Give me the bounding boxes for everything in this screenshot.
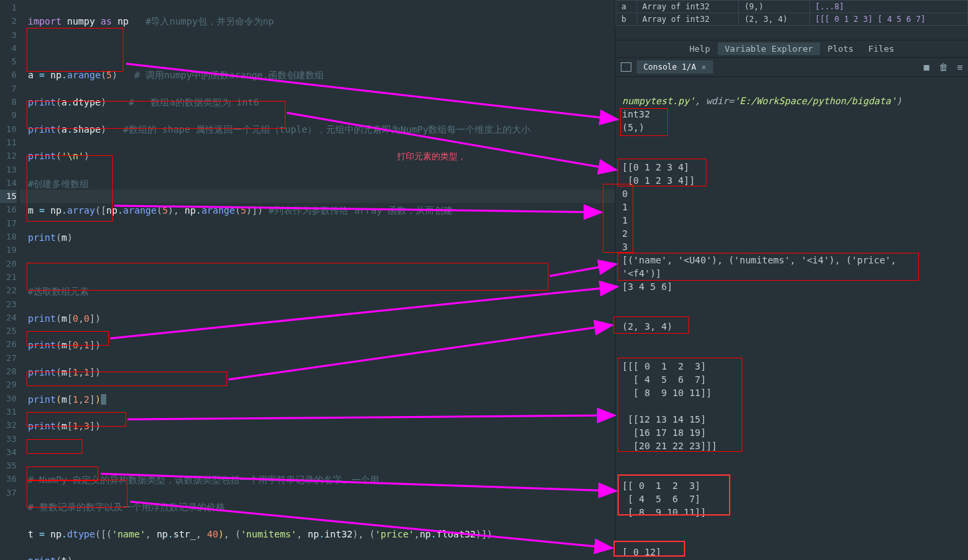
panel-tabs: Help Variable Explorer Plots Files xyxy=(615,40,968,58)
menu-icon[interactable]: ≡ xyxy=(957,62,963,72)
annotation-type: 打印元素的类型， xyxy=(397,151,466,161)
code-content[interactable]: import numpy as np #导入numpy包，并另命令为np a =… xyxy=(28,1,530,560)
console-output[interactable]: numpytest.py', wdir='E:/WorkSpace/python… xyxy=(615,77,968,560)
console-tab[interactable]: Console 1/A✕ xyxy=(637,60,713,74)
stop-icon[interactable]: ■ xyxy=(924,62,929,72)
var-row-b[interactable]: bArray of int32(2, 3, 4)[[[ 0 1 2 3] [ 4… xyxy=(616,13,968,26)
right-panel: aArray of int32(9,)[...8] bArray of int3… xyxy=(615,0,968,560)
tab-plots[interactable]: Plots xyxy=(821,42,860,55)
tab-files[interactable]: Files xyxy=(862,42,901,55)
tab-variable-explorer[interactable]: Variable Explorer xyxy=(718,42,819,55)
var-row-a[interactable]: aArray of int32(9,)[...8] xyxy=(616,1,968,13)
console-icon xyxy=(621,62,631,72)
line-gutter: 1234567891011121314151617181920212223242… xyxy=(0,0,20,560)
variable-explorer[interactable]: aArray of int32(9,)[...8] bArray of int3… xyxy=(615,0,968,40)
code-editor[interactable]: 1234567891011121314151617181920212223242… xyxy=(0,0,615,560)
trash-icon[interactable]: 🗑 xyxy=(939,62,948,72)
tab-help[interactable]: Help xyxy=(683,42,716,55)
console-header: Console 1/A✕ ■ 🗑 ≡ xyxy=(615,58,968,77)
close-icon[interactable]: ✕ xyxy=(701,62,706,72)
